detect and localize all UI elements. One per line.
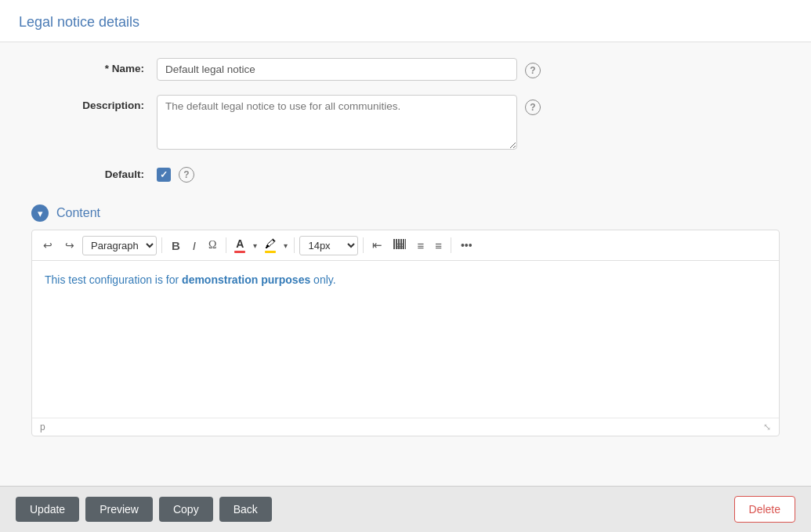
redo-button[interactable]: ↪ xyxy=(60,236,79,255)
more-options-button[interactable]: ••• xyxy=(456,236,477,255)
highlight-button[interactable]: 🖍 xyxy=(262,236,279,255)
footer-left-buttons: Update Preview Copy Back xyxy=(16,497,272,522)
name-help-icon[interactable]: ? xyxy=(525,63,541,78)
default-checkbox[interactable] xyxy=(157,168,171,182)
page-title: Legal notice details xyxy=(19,14,792,31)
footer-bar: Update Preview Copy Back Delete xyxy=(0,486,811,532)
align-justify-icon: ≡ xyxy=(435,239,442,252)
editor-container: ↩ ↪ Paragraph B I xyxy=(31,230,780,436)
content-section: Content ↩ ↪ Paragraph B xyxy=(0,204,811,478)
redo-icon: ↪ xyxy=(65,239,74,252)
name-input[interactable] xyxy=(157,58,517,81)
section-title: Content xyxy=(56,206,100,220)
update-button[interactable]: Update xyxy=(16,497,79,522)
align-center-icon: ≡ xyxy=(393,239,406,249)
default-row: Default: ? xyxy=(31,164,780,183)
highlight-icon: 🖍 xyxy=(265,237,276,250)
font-color-letter: A xyxy=(236,237,244,250)
form-area: * Name: ? Description: ? Default: ? xyxy=(0,42,811,204)
name-row: * Name: ? xyxy=(31,58,780,81)
font-size-select[interactable]: 14px xyxy=(299,236,358,255)
editor-content[interactable]: This test configuration is for demonstra… xyxy=(32,261,779,418)
content-text-before: This test configuration is for xyxy=(45,273,182,286)
preview-button[interactable]: Preview xyxy=(85,497,153,522)
align-center-button[interactable]: ≡ xyxy=(389,236,410,255)
divider-4 xyxy=(363,237,364,253)
description-textarea[interactable] xyxy=(157,95,517,150)
page-header: Legal notice details xyxy=(0,0,811,42)
section-toggle[interactable] xyxy=(31,204,49,222)
name-control-wrap: ? xyxy=(157,58,780,81)
divider-3 xyxy=(294,237,295,253)
divider-2 xyxy=(226,237,226,253)
description-help-icon[interactable]: ? xyxy=(525,100,541,115)
description-label: Description: xyxy=(31,95,157,111)
align-left-icon: ⇤ xyxy=(372,238,382,252)
font-color-button[interactable]: A xyxy=(231,236,248,255)
divider-1 xyxy=(161,237,162,253)
default-control-wrap: ? xyxy=(157,164,780,183)
description-control-wrap: ? xyxy=(157,95,780,150)
copy-button[interactable]: Copy xyxy=(159,497,213,522)
paragraph-style-select[interactable]: Paragraph xyxy=(82,236,157,255)
omega-icon: Ω xyxy=(208,239,216,252)
italic-button[interactable]: I xyxy=(188,236,201,255)
description-row: Description: ? xyxy=(31,95,780,150)
undo-button[interactable]: ↩ xyxy=(38,236,57,255)
font-color-indicator xyxy=(234,251,245,253)
editor-status-tag: p xyxy=(40,422,45,432)
default-checkbox-wrap: ? xyxy=(157,164,194,183)
name-label: * Name: xyxy=(31,58,157,74)
align-right-icon: ≡ xyxy=(417,239,424,252)
bold-icon: B xyxy=(172,239,180,252)
default-help-icon[interactable]: ? xyxy=(179,167,194,183)
align-right-button[interactable]: ≡ xyxy=(413,236,428,255)
content-text-bold: demonstration purposes xyxy=(182,273,310,286)
highlight-dropdown[interactable]: ▾ xyxy=(282,240,289,252)
default-label: Default: xyxy=(31,164,157,180)
italic-icon: I xyxy=(193,239,196,252)
footer-right-buttons: Delete xyxy=(734,496,795,523)
content-text-after: only. xyxy=(310,273,335,286)
back-button[interactable]: Back xyxy=(219,497,272,522)
highlight-indicator xyxy=(265,251,276,253)
undo-icon: ↩ xyxy=(43,239,52,252)
bold-button[interactable]: B xyxy=(167,236,185,255)
delete-button[interactable]: Delete xyxy=(734,496,795,523)
align-justify-button[interactable]: ≡ xyxy=(431,236,446,255)
resize-handle: ⤡ xyxy=(763,422,771,432)
align-left-button[interactable]: ⇤ xyxy=(368,235,386,255)
editor-paragraph: This test configuration is for demonstra… xyxy=(45,272,766,288)
section-header: Content xyxy=(31,204,780,222)
editor-status-bar: p ⤡ xyxy=(32,418,779,436)
font-color-dropdown[interactable]: ▾ xyxy=(252,240,259,252)
more-icon: ••• xyxy=(461,239,472,252)
special-char-button[interactable]: Ω xyxy=(204,236,221,255)
editor-toolbar: ↩ ↪ Paragraph B I xyxy=(32,230,779,261)
divider-5 xyxy=(451,237,451,253)
